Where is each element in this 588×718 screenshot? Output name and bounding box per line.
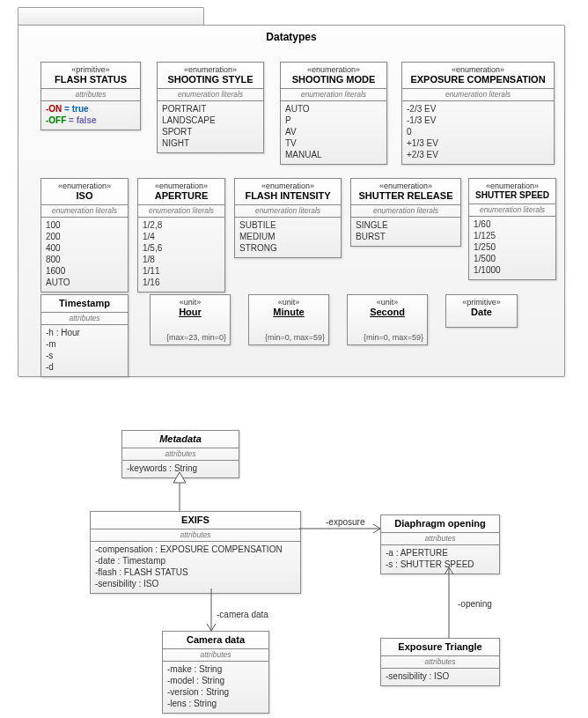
classifier-name: FLASH INTENSITY bbox=[239, 190, 337, 201]
literal: -ON bbox=[46, 104, 62, 114]
box-second: «unit» Second {min=0, max=59} bbox=[347, 294, 428, 345]
classifier-name: Minute bbox=[253, 307, 325, 317]
literal: 100 bbox=[46, 219, 123, 231]
literal: = false bbox=[66, 115, 96, 125]
literal: 1600 bbox=[46, 265, 123, 277]
section-label: attributes bbox=[91, 529, 300, 542]
attribute: -compensation : EXPOSURE COMPENSATION bbox=[95, 544, 296, 555]
classifier-name: Timestamp bbox=[45, 298, 124, 308]
section-label: enumeration literals bbox=[235, 205, 341, 218]
literal: 1/125 bbox=[474, 230, 551, 241]
literal: TV bbox=[285, 137, 382, 149]
stereo: «enumeration» bbox=[239, 181, 337, 190]
attribute: -s bbox=[46, 350, 123, 361]
literal: -1/3 EV bbox=[407, 115, 549, 126]
stereo: «enumeration» bbox=[161, 65, 260, 74]
literal: = true bbox=[62, 104, 88, 114]
attribute: -sensibility : ISO bbox=[386, 670, 495, 682]
attribute: -h : Hour bbox=[46, 327, 123, 338]
literal: LANDSCAPE bbox=[162, 115, 259, 126]
section-label: enumeration literals bbox=[281, 89, 386, 101]
classifier-name: Date bbox=[450, 307, 513, 317]
literal: 1/8 bbox=[143, 254, 220, 265]
box-exposure-compensation: «enumeration» EXPOSURE COMPENSATION enum… bbox=[401, 62, 555, 165]
section-label: enumeration literals bbox=[138, 205, 224, 218]
literal: 1/4 bbox=[143, 231, 220, 242]
box-exifs: EXIFS attributes -compensation : EXPOSUR… bbox=[90, 511, 301, 594]
literal: AUTO bbox=[285, 103, 382, 115]
section-body: SUBTILE MEDIUM STRONG bbox=[235, 218, 341, 257]
section-body: -2/3 EV -1/3 EV 0 +1/3 EV +2/3 EV bbox=[402, 101, 554, 164]
attribute: -flash : FLASH STATUS bbox=[95, 566, 296, 578]
constraint: {max=23, min=0} bbox=[166, 333, 226, 343]
classifier-name: SHOOTING MODE bbox=[284, 74, 383, 85]
literal: MANUAL bbox=[285, 149, 382, 160]
classifier-name: SHUTTER SPEED bbox=[473, 190, 552, 200]
section-body: 1/60 1/125 1/250 1/500 1/1000 bbox=[469, 217, 555, 279]
classifier-name: Camera data bbox=[166, 634, 265, 645]
section-label: attributes bbox=[163, 649, 268, 662]
literal: -2/3 EV bbox=[407, 103, 549, 115]
classifier-name: APERTURE bbox=[142, 190, 221, 201]
section-label: enumeration literals bbox=[41, 205, 128, 218]
box-flash-intensity: «enumeration» FLASH INTENSITY enumeratio… bbox=[234, 178, 342, 258]
diagram-canvas: Datatypes «primitive» FLASH STATUS attri… bbox=[0, 0, 588, 718]
classifier-name: EXIFS bbox=[94, 514, 297, 525]
assoc-label-camera: -camera data bbox=[217, 610, 268, 619]
stereo: «enumeration» bbox=[355, 181, 457, 190]
literal: AV bbox=[285, 126, 382, 137]
literal: 800 bbox=[46, 254, 123, 265]
classifier-name: SHUTTER RELEASE bbox=[355, 190, 457, 201]
stereo: «unit» bbox=[351, 298, 423, 307]
stereo: «enumeration» bbox=[45, 181, 124, 190]
section-body: -compensation : EXPOSURE COMPENSATION -d… bbox=[91, 542, 300, 593]
stereo: «unit» bbox=[253, 298, 325, 307]
section-body: 1/2,8 1/4 1/5,6 1/8 1/11 1/16 bbox=[138, 218, 224, 292]
box-hour: «unit» Hour {max=23, min=0} bbox=[150, 294, 231, 345]
section-label: enumeration literals bbox=[402, 89, 554, 101]
attribute: -sensibility : ISO bbox=[95, 578, 296, 589]
literal: 1/250 bbox=[474, 241, 551, 253]
classifier-name: ISO bbox=[45, 190, 124, 201]
literal: AUTO bbox=[46, 277, 123, 288]
classifier-name: FLASH STATUS bbox=[45, 74, 136, 85]
section-label: attributes bbox=[41, 313, 128, 325]
section-body: -ON = true -OFF = false bbox=[41, 101, 140, 130]
literal: +2/3 EV bbox=[407, 149, 549, 160]
box-iso: «enumeration» ISO enumeration literals 1… bbox=[40, 178, 129, 292]
stereo: «enumeration» bbox=[473, 181, 552, 190]
box-shutter-speed: «enumeration» SHUTTER SPEED enumeration … bbox=[468, 178, 556, 280]
assoc-label-exposure: -exposure bbox=[326, 517, 364, 527]
box-diaphragm-opening: Diaphragm opening attributes -a : APERTU… bbox=[380, 514, 500, 574]
section-label: enumeration literals bbox=[469, 204, 555, 217]
attribute: -make : String bbox=[167, 663, 264, 675]
section-label: attributes bbox=[41, 89, 140, 101]
section-label: attributes bbox=[122, 448, 239, 461]
attribute: -m bbox=[46, 338, 123, 350]
literal: 1/11 bbox=[143, 265, 220, 277]
classifier-name: Hour bbox=[154, 307, 226, 317]
section-body: SINGLE BURST bbox=[351, 218, 460, 246]
box-date: «primitive» Date bbox=[445, 294, 518, 328]
classifier-name: SHOOTING STYLE bbox=[161, 74, 260, 85]
box-minute: «unit» Minute {min=0, max=59} bbox=[248, 294, 329, 345]
literal: SPORT bbox=[162, 126, 259, 137]
literal: 200 bbox=[46, 231, 123, 242]
literal: 400 bbox=[46, 242, 123, 254]
attribute: -keywords : String bbox=[127, 463, 234, 474]
section-body: -h : Hour -m -s -d bbox=[41, 325, 128, 376]
literal: 1/2,8 bbox=[143, 219, 220, 231]
classifier-name: Second bbox=[351, 307, 423, 317]
literal: NIGHT bbox=[162, 137, 259, 149]
box-exposure-triangle: Exposure Triangle attributes -sensibilit… bbox=[380, 638, 500, 686]
classifier-name: EXPOSURE COMPENSATION bbox=[406, 74, 550, 85]
section-body: -a : APERTURE -s : SHUTTER SPEED bbox=[381, 545, 499, 574]
section-body: PORTRAIT LANDSCAPE SPORT NIGHT bbox=[158, 101, 263, 152]
section-body: -sensibility : ISO bbox=[381, 669, 499, 685]
stereo: «primitive» bbox=[450, 298, 513, 307]
stereo: «primitive» bbox=[45, 65, 136, 74]
package-tab bbox=[18, 7, 204, 26]
box-shooting-mode: «enumeration» SHOOTING MODE enumeration … bbox=[280, 62, 387, 165]
attribute: -lens : String bbox=[167, 698, 264, 709]
section-body: -make : String -model : String -version … bbox=[163, 662, 268, 713]
